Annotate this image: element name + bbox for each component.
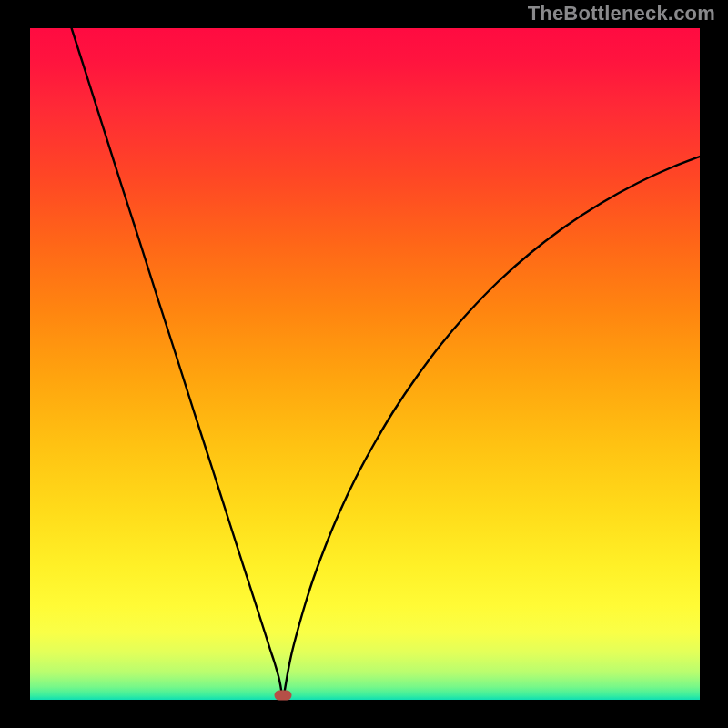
min-marker: [275, 691, 292, 701]
plot-area: [30, 28, 700, 700]
curve-layer: [30, 28, 700, 700]
curve-path: [70, 28, 700, 699]
chart-frame: TheBottleneck.com: [0, 0, 728, 728]
watermark-text: TheBottleneck.com: [528, 2, 715, 25]
